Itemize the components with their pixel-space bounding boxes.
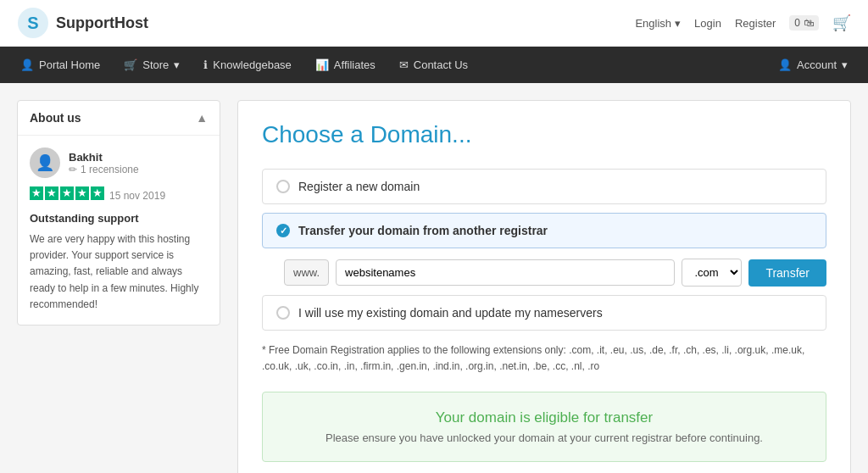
main-container: About us ▲ 👤 Bakhit ✏ 1 recensione: [0, 83, 868, 473]
star-4: [75, 186, 89, 200]
nav-portal-home[interactable]: 👤 Portal Home: [8, 47, 112, 83]
radio-existing[interactable]: [276, 306, 290, 320]
store-icon: 🛒: [124, 58, 137, 71]
reviewer-count: ✏ 1 recensione: [69, 164, 139, 175]
radio-transfer[interactable]: [276, 224, 290, 237]
nav-left: 👤 Portal Home 🛒 Store ▾ ℹ Knowledgebase …: [8, 47, 480, 83]
free-domain-note: * Free Domain Registration applies to th…: [262, 342, 826, 375]
www-prefix: www.: [284, 259, 329, 286]
pencil-icon: ✏: [69, 164, 77, 175]
cart-icon[interactable]: 🛒: [832, 14, 851, 32]
store-dropdown-icon: ▾: [174, 58, 180, 71]
register-link[interactable]: Register: [735, 17, 776, 30]
review-date: 15 nov 2019: [109, 190, 165, 202]
top-bar: S SupportHost English ▾ Login Register 0…: [0, 0, 868, 47]
account-icon: 👤: [778, 58, 792, 71]
transfer-button[interactable]: Transfer: [748, 259, 826, 287]
sidebar-header: About us ▲: [18, 101, 220, 136]
collapse-icon[interactable]: ▲: [196, 111, 208, 125]
top-right-area: English ▾ Login Register 0 🛍 🛒: [635, 14, 851, 32]
option-register-label: Register a new domain: [298, 180, 420, 193]
language-selector[interactable]: English ▾: [635, 17, 681, 30]
option-existing-label: I will use my existing domain and update…: [298, 306, 603, 320]
eligible-title: Your domain is eligible for transfer: [276, 409, 812, 426]
nav-bar: 👤 Portal Home 🛒 Store ▾ ℹ Knowledgebase …: [0, 47, 868, 83]
eligible-box: Your domain is eligible for transfer Ple…: [262, 392, 826, 462]
tld-select[interactable]: .com .net .org .it .eu: [682, 259, 742, 287]
portal-icon: 👤: [20, 58, 34, 71]
domain-option-transfer[interactable]: Transfer your domain from another regist…: [262, 213, 826, 248]
domain-option-existing[interactable]: I will use my existing domain and update…: [262, 295, 826, 331]
review-title: Outstanding support: [30, 212, 208, 225]
transfer-input-row: www. .com .net .org .it .eu Transfer: [262, 259, 826, 287]
reviewer-row: 👤 Bakhit ✏ 1 recensione: [30, 147, 208, 178]
sidebar-title: About us: [30, 111, 81, 125]
star-1: [30, 186, 43, 200]
nav-account[interactable]: 👤 Account ▾: [766, 47, 860, 83]
star-5: [91, 186, 104, 200]
sidebar: About us ▲ 👤 Bakhit ✏ 1 recensione: [17, 100, 220, 326]
star-rating: [30, 186, 104, 200]
option-transfer-label: Transfer your domain from another regist…: [298, 224, 548, 237]
domain-input[interactable]: [336, 259, 675, 286]
login-link[interactable]: Login: [694, 17, 721, 30]
account-chevron-icon: ▾: [842, 58, 848, 71]
nav-store[interactable]: 🛒 Store ▾: [112, 47, 192, 83]
sidebar-content: 👤 Bakhit ✏ 1 recensione 15 nov: [18, 136, 220, 325]
info-icon: ℹ: [203, 58, 208, 71]
chevron-down-icon: ▾: [675, 17, 681, 30]
nav-affiliates[interactable]: 📊 Affiliates: [303, 47, 387, 83]
chart-icon: 📊: [315, 58, 329, 71]
email-icon: ✉: [399, 58, 409, 71]
page-title: Choose a Domain...: [262, 121, 826, 148]
brand-logo-icon: S: [17, 7, 49, 39]
star-2: [45, 186, 58, 200]
nav-knowledgebase[interactable]: ℹ Knowledgebase: [192, 47, 303, 83]
cart-badge[interactable]: 0 🛍: [789, 15, 819, 31]
language-label: English: [635, 17, 671, 30]
cart-count: 0: [794, 17, 800, 29]
domain-option-register[interactable]: Register a new domain: [262, 169, 826, 204]
brand-name: SupportHost: [56, 14, 148, 32]
svg-text:S: S: [27, 14, 38, 32]
logo-area[interactable]: S SupportHost: [17, 7, 148, 39]
review-text: We are very happy with this hosting prov…: [30, 231, 208, 313]
reviewer-info: Bakhit ✏ 1 recensione: [69, 151, 139, 175]
nav-right: 👤 Account ▾: [766, 47, 860, 83]
nav-contact-us[interactable]: ✉ Contact Us: [387, 47, 480, 83]
star-3: [60, 186, 74, 200]
shopping-bag-icon: 🛍: [804, 17, 814, 29]
content-area: Choose a Domain... Register a new domain…: [237, 100, 851, 473]
avatar: 👤: [30, 147, 60, 178]
reviewer-name: Bakhit: [69, 151, 139, 164]
eligible-subtitle: Please ensure you have unlocked your dom…: [276, 431, 812, 444]
radio-register[interactable]: [276, 180, 290, 193]
